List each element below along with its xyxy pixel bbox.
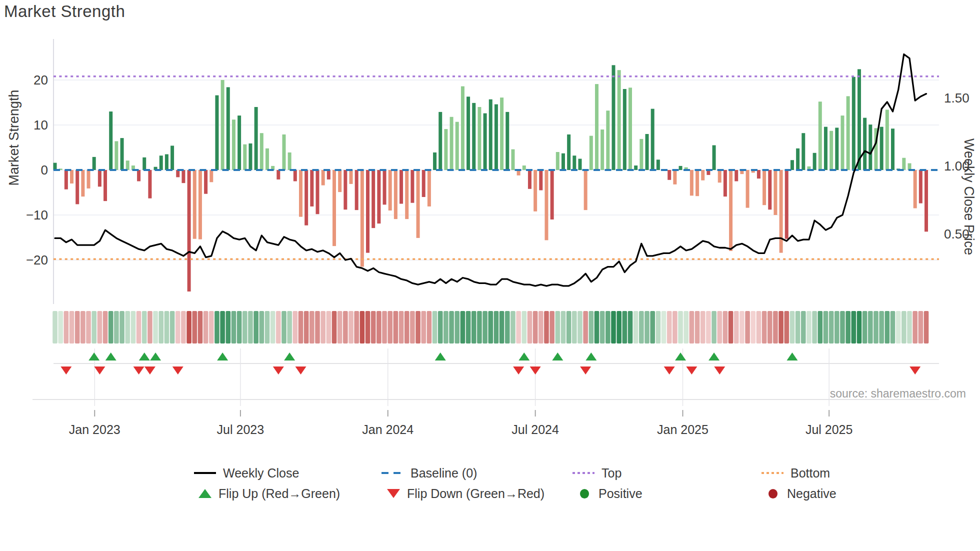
- heat-cell: [148, 311, 152, 344]
- heat-cell: [500, 311, 504, 344]
- strength-bar: [712, 146, 716, 170]
- strength-bar: [651, 109, 654, 170]
- heat-cell: [801, 311, 806, 344]
- strength-bar: [422, 170, 426, 197]
- heat-cell: [912, 311, 918, 344]
- heat-cell: [538, 311, 544, 344]
- strength-bar: [863, 118, 866, 170]
- heat-cell: [712, 311, 716, 344]
- heat-cell: [684, 311, 688, 344]
- strength-bar: [104, 170, 107, 201]
- flip-up-marker: [518, 352, 530, 360]
- strength-bar: [221, 80, 224, 170]
- strength-bar: [757, 170, 760, 178]
- strength-bar: [266, 148, 269, 170]
- strength-bar: [656, 160, 660, 170]
- strength-bar: [572, 156, 576, 170]
- strength-bar: [310, 170, 314, 206]
- strength-bar: [494, 104, 498, 170]
- heat-cell: [594, 311, 600, 344]
- heat-cell: [874, 311, 878, 344]
- flip-up-marker: [284, 352, 295, 360]
- heat-cell: [690, 311, 694, 344]
- heat-cell: [700, 311, 706, 344]
- strength-bar: [724, 170, 727, 196]
- heat-cell: [510, 311, 516, 344]
- heat-cell: [259, 311, 264, 344]
- strength-bar: [701, 170, 704, 180]
- heat-cell: [482, 311, 488, 344]
- heat-cell: [108, 311, 114, 344]
- strength-bar: [696, 170, 699, 196]
- flip-up-marker: [708, 352, 720, 360]
- strength-bar: [646, 134, 649, 170]
- strength-bar: [818, 102, 822, 170]
- heat-cell: [528, 311, 532, 344]
- heat-cell: [181, 311, 186, 344]
- flip-down-marker: [172, 366, 184, 374]
- strength-bar: [679, 166, 682, 170]
- strength-bar: [868, 124, 872, 170]
- strength-bar: [248, 144, 252, 170]
- flip-down-triangle-icon: [387, 489, 400, 498]
- heat-cell: [762, 311, 767, 344]
- strength-bar: [176, 170, 180, 177]
- strength-bar: [188, 170, 191, 292]
- heat-cell: [460, 311, 466, 344]
- heat-cell: [310, 311, 314, 344]
- heat-cell: [550, 311, 554, 344]
- strength-bar: [640, 139, 643, 170]
- heat-cell: [734, 311, 739, 344]
- left-tick-label: −20: [26, 252, 48, 268]
- strength-bar: [595, 84, 598, 170]
- heat-cell: [890, 311, 896, 344]
- heat-cell: [276, 311, 281, 344]
- heat-cell: [796, 311, 800, 344]
- heat-cell: [561, 311, 566, 344]
- heat-cell: [366, 311, 370, 344]
- legend-item-negative: Negative: [766, 486, 836, 501]
- flip-down-marker: [530, 366, 541, 374]
- strength-bar: [126, 160, 130, 170]
- strength-bar: [98, 170, 102, 186]
- flip-up-marker: [675, 352, 686, 360]
- heat-cell: [778, 311, 784, 344]
- strength-bar: [746, 170, 750, 208]
- heat-cell: [248, 311, 253, 344]
- heat-cell: [192, 311, 197, 344]
- heat-cell: [784, 311, 789, 344]
- heat-cell: [907, 311, 912, 344]
- heat-cell: [399, 311, 404, 344]
- heat-cell: [80, 311, 86, 344]
- heat-cell: [326, 311, 332, 344]
- strength-bar: [539, 170, 542, 190]
- strength-bar: [466, 96, 470, 170]
- strength-bar: [198, 170, 202, 240]
- flip-up-marker: [150, 352, 161, 360]
- strength-bar: [824, 127, 828, 170]
- strength-bar: [148, 170, 152, 198]
- flip-down-marker: [144, 366, 156, 374]
- heat-cell: [232, 311, 236, 344]
- heat-cell: [572, 311, 577, 344]
- strength-bar: [612, 65, 616, 170]
- heat-cell: [918, 311, 924, 344]
- strength-bar: [578, 159, 582, 170]
- strength-bar: [170, 146, 174, 170]
- strength-bar: [372, 170, 375, 228]
- strength-bar: [500, 98, 504, 170]
- strength-bar: [858, 69, 861, 170]
- strength-bar: [327, 170, 330, 180]
- strength-bar: [54, 163, 57, 170]
- right-axis-title: Weekly Close Price: [961, 120, 976, 274]
- flip-down-marker: [295, 366, 306, 374]
- heat-cell: [86, 311, 91, 344]
- heat-cell: [662, 311, 666, 344]
- heat-cell: [237, 311, 242, 344]
- heat-cell: [92, 311, 96, 344]
- heat-cell: [158, 311, 164, 344]
- heat-cell: [270, 311, 276, 344]
- strength-bar: [304, 170, 308, 226]
- heat-cell: [394, 311, 398, 344]
- strength-bar: [288, 152, 292, 170]
